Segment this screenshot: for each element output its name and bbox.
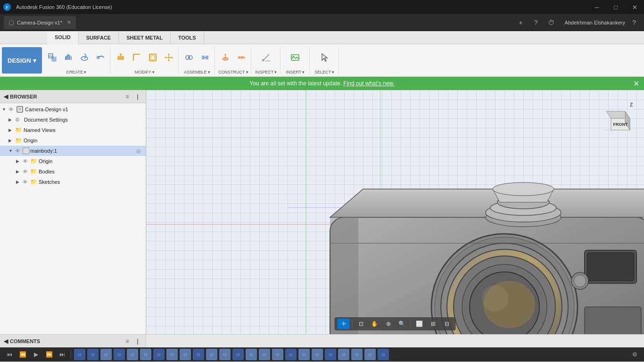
press-pull-icon[interactable] <box>113 50 128 65</box>
timeline-tool-19[interactable]: □ <box>312 349 323 360</box>
shell-icon[interactable] <box>145 50 160 65</box>
timeline-tool-13[interactable]: □ <box>232 349 244 360</box>
pan-button[interactable]: ✋ <box>369 319 381 329</box>
look-at-button[interactable]: ⊡ <box>355 319 367 329</box>
select-cursor-icon[interactable] <box>317 50 332 65</box>
sweep-icon[interactable] <box>93 50 108 65</box>
mb-sketches-eye[interactable]: 👁 <box>23 179 30 185</box>
select-label[interactable]: SELECT ▾ <box>314 70 334 74</box>
svg-marker-18 <box>168 53 170 55</box>
rigid-group-icon[interactable] <box>198 50 213 65</box>
tree-item-mb-origin[interactable]: ▶ 👁 📁 Origin <box>0 156 146 166</box>
display-mode-button[interactable]: ⬜ <box>413 319 426 329</box>
insert-label[interactable]: INSERT ▾ <box>286 70 305 74</box>
revolve-icon[interactable] <box>77 50 92 65</box>
extrude-icon[interactable] <box>61 50 76 65</box>
inspect-label[interactable]: INSPECT ▾ <box>255 70 277 74</box>
timeline-tool-24[interactable]: □ <box>378 349 389 360</box>
timeline-tool-17[interactable]: □ <box>285 349 297 360</box>
tree-item-named-views[interactable]: ▶ 📁 Named Views <box>0 125 146 135</box>
user-help-button[interactable]: ? <box>628 16 640 29</box>
tab-sheet-metal[interactable]: SHEET METAL <box>119 31 171 44</box>
tab-surface[interactable]: SURFACE <box>79 31 119 44</box>
add-tab-button[interactable]: + <box>515 16 527 29</box>
tab-solid[interactable]: SOLID <box>47 31 79 44</box>
tree-item-mb-bodies[interactable]: ▶ 👁 📁 Bodies <box>0 166 146 177</box>
notification-link[interactable]: Find out what's new. <box>343 80 394 87</box>
playback-start-button[interactable]: ⏮ <box>4 349 15 360</box>
timeline-tool-11[interactable]: □ <box>206 349 217 360</box>
time-button[interactable]: ⏱ <box>545 16 557 29</box>
timeline-tool-20[interactable]: □ <box>325 349 336 360</box>
fillet-icon[interactable] <box>129 50 144 65</box>
tab-tools[interactable]: TOOLS <box>171 31 204 44</box>
playback-next-button[interactable]: ⏩ <box>43 349 55 360</box>
minimize-button[interactable]: ─ <box>587 0 606 14</box>
tree-item-mainbody[interactable]: ▼ 👁 mainbody:1 ◎ <box>0 146 146 156</box>
mainbody-eye[interactable]: 👁 <box>15 148 23 154</box>
grid-button[interactable]: ⊞ <box>427 319 439 329</box>
tree-item-root[interactable]: ▼ 👁 Camera-Design v1 <box>0 104 146 115</box>
view-cube[interactable]: FRONT Z <box>602 95 639 132</box>
design-button[interactable]: DESIGN ▾ <box>2 47 42 74</box>
timeline-tool-8[interactable]: □ <box>166 349 178 360</box>
timeline-tool-14[interactable]: □ <box>246 349 257 360</box>
view-button[interactable]: ⊟ <box>441 319 453 329</box>
new-component-icon[interactable] <box>45 50 60 65</box>
timeline-tool-2[interactable]: □ <box>87 349 99 360</box>
timeline-tool-4[interactable]: □ <box>114 349 125 360</box>
timeline-tool-1[interactable]: □ <box>74 349 85 360</box>
insert-image-icon[interactable] <box>288 50 303 65</box>
timeline-tool-5[interactable]: □ <box>127 349 138 360</box>
doc-tab-close[interactable]: ✕ <box>67 19 71 25</box>
timeline-tool-6[interactable]: □ <box>140 349 151 360</box>
comments-menu-btn[interactable]: ≡ <box>123 337 132 346</box>
midplane-icon[interactable] <box>234 50 249 65</box>
playback-play-button[interactable]: ▶ <box>30 349 41 360</box>
mb-origin-eye[interactable]: 👁 <box>23 158 30 164</box>
timeline-tool-18[interactable]: □ <box>298 349 310 360</box>
origin1-arrow: ▶ <box>8 138 15 143</box>
move-icon[interactable] <box>161 50 176 65</box>
timeline-tool-9[interactable]: □ <box>180 349 191 360</box>
close-button[interactable]: ✕ <box>625 0 644 14</box>
modify-label[interactable]: MODIFY ▾ <box>135 70 155 74</box>
joint-icon[interactable] <box>182 50 197 65</box>
browser-collapse-arrow[interactable]: ◀ <box>4 93 8 100</box>
create-label[interactable]: CREATE ▾ <box>66 70 86 74</box>
root-eye[interactable]: 👁 <box>8 107 16 112</box>
comments-collapse-arrow[interactable]: ◀ <box>4 338 8 345</box>
timeline-tool-21[interactable]: □ <box>338 349 349 360</box>
tree-item-doc-settings[interactable]: ▶ ⚙ Document Settings <box>0 115 146 125</box>
tree-item-origin-1[interactable]: ▶ 📁 Origin <box>0 135 146 146</box>
timeline-tool-10[interactable]: □ <box>193 349 204 360</box>
playback-end-button[interactable]: ⏭ <box>57 349 68 360</box>
comments-expand-btn[interactable]: | <box>133 337 142 346</box>
zoom-button[interactable]: ⊕ <box>382 319 395 329</box>
timeline-tool-12[interactable]: □ <box>219 349 231 360</box>
mb-bodies-eye[interactable]: 👁 <box>23 169 30 174</box>
fit-button[interactable]: 🔍 <box>396 319 408 329</box>
viewport[interactable]: FRONT Z ✛ ⊡ ✋ ⊕ 🔍 ⬜ ⊞ ⊟ <box>146 90 644 334</box>
timeline-tool-23[interactable]: □ <box>364 349 376 360</box>
construct-label[interactable]: CONSTRUCT ▾ <box>218 70 248 74</box>
browser-menu-btn[interactable]: ≡ <box>123 92 132 101</box>
root-icon <box>16 106 24 113</box>
tree-item-mb-sketches[interactable]: ▶ 👁 📁 Sketches <box>0 177 146 187</box>
orbit-button[interactable]: ✛ <box>338 319 350 329</box>
maximize-button[interactable]: □ <box>606 0 625 14</box>
help-button[interactable]: ? <box>530 16 542 29</box>
timeline-tool-16[interactable]: □ <box>272 349 283 360</box>
playback-prev-button[interactable]: ⏪ <box>17 349 28 360</box>
measure-icon[interactable]: mm <box>258 50 273 65</box>
settings-button[interactable]: ⚙ <box>629 349 640 360</box>
offset-plane-icon[interactable] <box>218 50 233 65</box>
document-tab[interactable]: ⬡ Camera-Design v1* ✕ <box>4 16 76 29</box>
timeline-tool-15[interactable]: □ <box>259 349 270 360</box>
timeline-tool-22[interactable]: □ <box>351 349 363 360</box>
timeline-tool-7[interactable]: □ <box>153 349 165 360</box>
browser-expand-btn[interactable]: | <box>133 92 142 101</box>
notification-close[interactable]: ✕ <box>633 79 639 88</box>
assemble-label[interactable]: ASSEMBLE ▾ <box>184 70 210 74</box>
timeline-tool-3[interactable]: □ <box>100 349 112 360</box>
